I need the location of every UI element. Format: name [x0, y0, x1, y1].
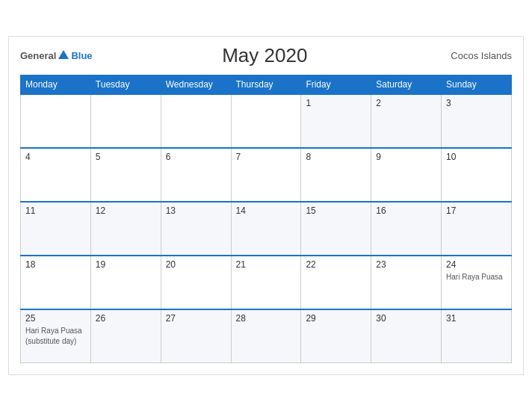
- calendar-cell: 9: [371, 148, 442, 202]
- day-number: 31: [446, 313, 507, 324]
- weekday-header-tuesday: Tuesday: [90, 75, 161, 94]
- logo-general-text: General: [20, 50, 56, 61]
- week-row-3: 11121314151617: [21, 202, 512, 256]
- day-number: 26: [96, 313, 156, 324]
- day-number: 16: [376, 206, 436, 216]
- calendar-cell: 16: [371, 202, 442, 256]
- calendar-cell: 22: [301, 256, 371, 309]
- calendar-cell: [21, 94, 91, 148]
- calendar-cell: 11: [21, 202, 91, 256]
- calendar-cell: 15: [301, 202, 371, 256]
- calendar-cell: 14: [231, 202, 301, 256]
- calendar-cell: 23: [371, 256, 442, 309]
- calendar-cell: 25Hari Raya Puasa (substitute day): [21, 309, 91, 363]
- calendar-cell: 5: [90, 148, 161, 202]
- weekday-header-saturday: Saturday: [371, 75, 442, 94]
- calendar-cell: 10: [442, 148, 512, 202]
- calendar-cell: 13: [161, 202, 231, 256]
- day-number: 12: [96, 206, 156, 216]
- week-row-2: 45678910: [21, 148, 512, 202]
- week-row-4: 18192021222324Hari Raya Puasa: [21, 256, 512, 309]
- day-number: 6: [166, 152, 226, 162]
- day-number: 8: [306, 152, 366, 162]
- region-label: Cocos Islands: [437, 50, 512, 61]
- day-number: 19: [96, 259, 156, 270]
- calendar-cell: 20: [161, 256, 231, 309]
- holiday-label: Hari Raya Puasa (substitute day): [25, 327, 82, 345]
- calendar-cell: [231, 94, 301, 148]
- calendar-cell: 2: [371, 94, 442, 148]
- calendar-cell: 26: [90, 309, 161, 363]
- calendar-cell: 6: [161, 148, 231, 202]
- weekday-header-wednesday: Wednesday: [161, 75, 231, 94]
- day-number: 23: [376, 259, 436, 270]
- calendar-cell: 18: [21, 256, 91, 309]
- calendar-cell: 30: [371, 309, 442, 363]
- weekday-header-friday: Friday: [301, 75, 371, 94]
- logo-icon: [57, 49, 70, 62]
- calendar-cell: 19: [90, 256, 161, 309]
- calendar-cell: 17: [442, 202, 512, 256]
- calendar-cell: 4: [21, 148, 91, 202]
- day-number: 25: [25, 313, 86, 324]
- day-number: 10: [446, 152, 507, 162]
- day-number: 28: [236, 313, 297, 324]
- day-number: 17: [446, 206, 507, 216]
- calendar-grid: MondayTuesdayWednesdayThursdayFridaySatu…: [20, 75, 512, 364]
- day-number: 18: [25, 259, 86, 270]
- day-number: 4: [25, 152, 86, 162]
- day-number: 9: [376, 152, 436, 162]
- logo-blue-text: Blue: [71, 50, 92, 61]
- weekday-header-thursday: Thursday: [231, 75, 301, 94]
- day-number: 14: [236, 206, 297, 216]
- day-number: 5: [96, 152, 156, 162]
- week-row-1: 123: [21, 94, 512, 148]
- day-number: 7: [236, 152, 297, 162]
- day-number: 21: [236, 259, 297, 270]
- calendar-cell: [161, 94, 231, 148]
- logo: General Blue: [20, 49, 93, 62]
- day-number: 22: [306, 259, 366, 270]
- day-number: 3: [446, 98, 507, 108]
- weekday-header-row: MondayTuesdayWednesdayThursdayFridaySatu…: [21, 75, 512, 94]
- calendar-header: General Blue May 2020 Cocos Islands: [20, 44, 512, 67]
- calendar-container: General Blue May 2020 Cocos Islands Mond…: [8, 36, 524, 376]
- day-number: 29: [306, 313, 366, 324]
- day-number: 13: [166, 206, 226, 216]
- week-row-5: 25Hari Raya Puasa (substitute day)262728…: [21, 309, 512, 363]
- calendar-cell: [90, 94, 161, 148]
- calendar-cell: 3: [442, 94, 512, 148]
- month-title: May 2020: [93, 44, 437, 67]
- calendar-cell: 12: [90, 202, 161, 256]
- day-number: 15: [306, 206, 366, 216]
- calendar-cell: 8: [301, 148, 371, 202]
- weekday-header-monday: Monday: [21, 75, 91, 94]
- calendar-cell: 27: [161, 309, 231, 363]
- svg-marker-0: [58, 50, 69, 59]
- calendar-cell: 24Hari Raya Puasa: [442, 256, 512, 309]
- holiday-label: Hari Raya Puasa: [446, 273, 503, 281]
- day-number: 20: [166, 259, 226, 270]
- day-number: 27: [166, 313, 226, 324]
- calendar-cell: 21: [231, 256, 301, 309]
- day-number: 11: [25, 206, 86, 216]
- calendar-cell: 31: [442, 309, 512, 363]
- weekday-header-sunday: Sunday: [442, 75, 512, 94]
- day-number: 24: [446, 259, 507, 270]
- calendar-cell: 7: [231, 148, 301, 202]
- calendar-cell: 28: [231, 309, 301, 363]
- calendar-cell: 1: [301, 94, 371, 148]
- calendar-cell: 29: [301, 309, 371, 363]
- day-number: 2: [376, 98, 436, 108]
- day-number: 1: [306, 98, 366, 108]
- day-number: 30: [376, 313, 436, 324]
